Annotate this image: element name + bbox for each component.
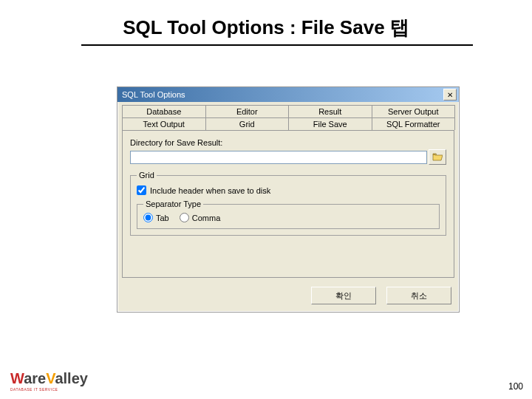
include-header-label: Include header when save to disk <box>150 186 270 195</box>
cancel-button[interactable]: 취소 <box>386 287 451 304</box>
sep-comma-option[interactable]: Comma <box>180 213 221 222</box>
logo-are: are <box>24 370 46 386</box>
dir-input[interactable] <box>130 151 427 164</box>
tab-grid[interactable]: Grid <box>205 117 290 130</box>
dir-label: Directory for Save Result: <box>130 138 446 147</box>
tabs: Database Editor Result Server Output Tex… <box>122 105 454 130</box>
dialog-buttons: 확인 취소 <box>117 282 459 312</box>
titlebar: SQL Tool Options ✕ <box>117 87 459 102</box>
sep-comma-radio[interactable] <box>180 213 189 222</box>
tab-text-output[interactable]: Text Output <box>122 117 206 130</box>
close-icon: ✕ <box>447 91 453 99</box>
browse-button[interactable] <box>429 149 446 165</box>
grid-group-legend: Grid <box>137 171 157 180</box>
sep-comma-label: Comma <box>192 214 221 222</box>
tab-file-save[interactable]: File Save <box>288 117 372 130</box>
page-number: 100 <box>508 381 523 392</box>
grid-group: Grid Include header when save to disk Se… <box>130 171 446 236</box>
sep-tab-option[interactable]: Tab <box>143 213 169 222</box>
include-header-checkbox[interactable] <box>137 185 146 195</box>
tab-database[interactable]: Database <box>122 105 206 117</box>
separator-group-legend: Separator Type <box>143 200 203 208</box>
warevalley-logo: WareValley DATABASE IT SERVICE <box>10 370 77 392</box>
separator-group: Separator Type Tab Comma <box>137 200 440 229</box>
logo-alley: alley <box>55 370 87 386</box>
include-header-row[interactable]: Include header when save to disk <box>137 185 440 195</box>
folder-open-icon <box>432 152 443 163</box>
slide-title: SQL Tool Options : File Save 탭 <box>0 15 532 44</box>
tab-result[interactable]: Result <box>288 105 372 117</box>
logo-w: W <box>10 370 24 386</box>
close-button[interactable]: ✕ <box>443 89 457 100</box>
options-dialog: SQL Tool Options ✕ Database Editor Resul… <box>117 86 460 313</box>
dialog-title: SQL Tool Options <box>122 90 185 99</box>
sep-tab-radio[interactable] <box>143 213 153 222</box>
tab-sql-formatter[interactable]: SQL Formatter <box>372 117 456 130</box>
file-save-panel: Directory for Save Result: Grid Include … <box>122 130 454 278</box>
tab-editor[interactable]: Editor <box>205 105 290 117</box>
logo-v: V <box>46 370 55 386</box>
ok-button[interactable]: 확인 <box>311 287 376 304</box>
sep-tab-label: Tab <box>156 214 169 222</box>
tab-server-output[interactable]: Server Output <box>372 105 456 117</box>
logo-sub: DATABASE IT SERVICE <box>10 387 77 392</box>
